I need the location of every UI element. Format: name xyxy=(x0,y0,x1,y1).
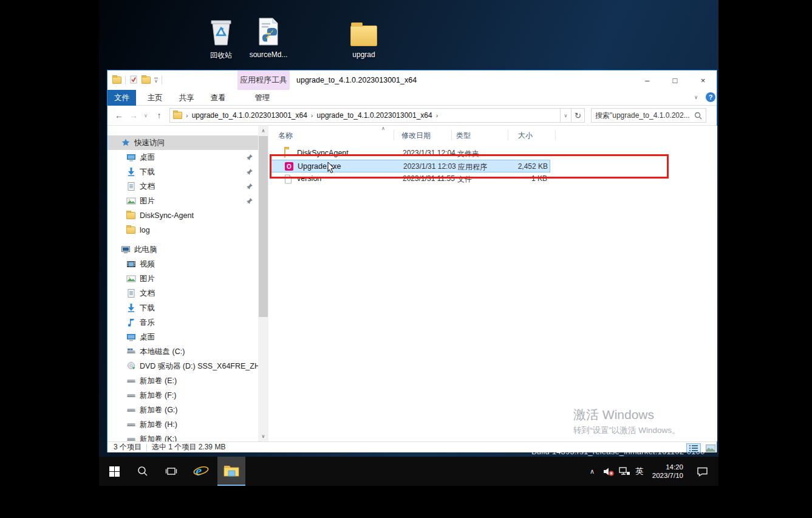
task-view-icon xyxy=(165,466,177,476)
desktop-icon-upgrad[interactable]: upgrad xyxy=(338,17,390,59)
back-button[interactable]: ← xyxy=(112,109,126,121)
sidebar-item-disksync-agent[interactable]: DiskSync-Agent xyxy=(107,208,258,223)
title-bar: ∨ 应用程序工具 upgrade_to_4.1.0.2023013001_x64… xyxy=(107,70,717,90)
sidebar-item-pictures[interactable]: 图片 xyxy=(107,194,258,208)
file-row-disksyncagent[interactable]: DiskSyncAgent 2023/1/31 12:04 文件夹 xyxy=(270,147,550,160)
taskbar-clock[interactable]: 14:20 2023/7/10 xyxy=(646,457,683,486)
sidebar-item-drive-c[interactable]: 本地磁盘 (C:) xyxy=(107,344,258,359)
search-box[interactable] xyxy=(591,108,706,123)
maximize-button[interactable]: □ xyxy=(661,70,689,90)
contextual-tab-app-tools[interactable]: 应用程序工具 xyxy=(237,70,290,90)
up-button[interactable]: ↑ xyxy=(152,109,166,121)
file-row-version[interactable]: version 2023/1/31 11:55 文件 1 KB xyxy=(270,172,550,185)
sidebar-item-downloads[interactable]: 下载 xyxy=(107,165,258,179)
hdd-icon xyxy=(126,405,136,415)
sidebar-item-desktop[interactable]: 桌面 xyxy=(107,150,258,165)
sidebar-item-documents[interactable]: 文档 xyxy=(107,179,258,194)
desktop-icon xyxy=(126,332,136,342)
internet-explorer-button[interactable]: e xyxy=(187,457,215,486)
tray-expand-icon[interactable]: ∧ xyxy=(585,457,599,486)
screen: 回收站 sourceMd... upgrad Build 14393.rs1_r… xyxy=(0,0,812,518)
start-button[interactable] xyxy=(100,457,128,486)
breadcrumb-segment[interactable]: upgrade_to_4.1.0.2023013001_x64 xyxy=(192,111,307,120)
task-view-button[interactable] xyxy=(157,457,185,486)
column-header-size[interactable]: 大小 xyxy=(518,128,533,143)
scrollbar-thumb[interactable] xyxy=(259,136,268,317)
tab-share[interactable]: 共享 xyxy=(172,90,201,106)
sidebar-item-drive-k[interactable]: 新加卷 (K:) xyxy=(107,432,258,441)
file-explorer-button[interactable] xyxy=(217,457,245,486)
sidebar-item-pc-desktop[interactable]: 桌面 xyxy=(107,330,258,344)
download-icon xyxy=(126,167,136,177)
activate-windows-watermark: 激活 Windows xyxy=(573,406,654,423)
folder-icon xyxy=(126,225,136,235)
network-icon[interactable] xyxy=(616,457,632,486)
properties-icon[interactable] xyxy=(129,75,138,86)
column-divider[interactable] xyxy=(555,130,556,140)
tab-file[interactable]: 文件 xyxy=(107,90,136,106)
desktop-icon-source-md[interactable]: sourceMd... xyxy=(242,17,295,59)
tab-home[interactable]: 主页 xyxy=(140,90,169,106)
search-input[interactable] xyxy=(595,111,692,120)
sidebar-item-drive-f[interactable]: 新加卷 (F:) xyxy=(107,388,258,403)
crumb-separator[interactable]: › xyxy=(432,112,442,119)
sidebar-item-quick-access[interactable]: 快速访问 xyxy=(107,135,258,150)
column-divider[interactable] xyxy=(508,130,508,140)
crumb-separator[interactable]: › xyxy=(307,112,317,119)
column-header-name[interactable]: 名称 xyxy=(278,128,293,143)
file-list-pane: ∧ 名称 修改日期 类型 大小 DiskSyncAgent 2023/1/31 … xyxy=(268,126,717,441)
large-icons-view-button[interactable] xyxy=(703,443,717,452)
forward-button[interactable]: → xyxy=(127,109,140,121)
crumb-separator: › xyxy=(182,112,192,119)
pin-icon xyxy=(246,154,253,163)
sidebar-item-log[interactable]: log xyxy=(107,223,258,237)
separator xyxy=(162,76,162,84)
download-icon xyxy=(126,303,136,313)
sidebar-scrollbar[interactable]: ∧ ∨ xyxy=(258,126,268,441)
details-view-button[interactable] xyxy=(686,443,701,452)
tab-manage[interactable]: 管理 xyxy=(245,90,279,106)
sidebar-item-pc-documents[interactable]: 文档 xyxy=(107,286,258,301)
sidebar-item-drive-h[interactable]: 新加卷 (H:) xyxy=(107,417,258,432)
recent-locations-icon[interactable]: ∨ xyxy=(142,109,150,121)
search-icon xyxy=(137,466,148,477)
address-dropdown-icon[interactable]: ∨ xyxy=(561,108,571,123)
scroll-up-icon[interactable]: ∧ xyxy=(258,126,268,136)
sidebar-item-drive-g[interactable]: 新加卷 (G:) xyxy=(107,403,258,417)
action-center-icon[interactable] xyxy=(691,457,713,486)
scroll-down-icon[interactable]: ∨ xyxy=(258,431,268,441)
desktop-icon-recycle-bin[interactable]: 回收站 xyxy=(195,17,247,61)
sidebar-item-music[interactable]: 音乐 xyxy=(107,315,258,330)
desktop-icon-label: upgrad xyxy=(352,50,375,59)
column-header-type[interactable]: 类型 xyxy=(456,128,471,143)
breadcrumb-segment[interactable]: upgrade_to_4.1.0.2023013001_x64 xyxy=(317,111,432,120)
sidebar-item-this-pc[interactable]: 此电脑 xyxy=(107,242,258,257)
minimize-button[interactable]: – xyxy=(633,70,661,90)
sidebar-item-drive-e[interactable]: 新加卷 (E:) xyxy=(107,373,258,388)
column-header-date[interactable]: 修改日期 xyxy=(401,128,431,143)
volume-muted-icon[interactable] xyxy=(601,457,616,486)
taskbar-search-button[interactable] xyxy=(129,457,157,486)
location-folder-icon xyxy=(173,112,182,119)
ribbon-collapse-icon[interactable]: ∨ xyxy=(691,92,701,102)
refresh-icon[interactable]: ↻ xyxy=(571,108,585,123)
column-divider[interactable] xyxy=(451,130,452,140)
customize-qat-icon[interactable]: ∨ xyxy=(154,78,158,83)
input-language-indicator[interactable]: 英 xyxy=(632,457,647,486)
close-button[interactable]: × xyxy=(689,70,717,90)
explorer-app-icon[interactable] xyxy=(112,77,121,84)
desktop-icon-label: 回收站 xyxy=(210,50,232,61)
sidebar-item-pc-downloads[interactable]: 下载 xyxy=(107,301,258,315)
new-folder-icon[interactable] xyxy=(142,77,151,84)
search-icon xyxy=(694,112,702,120)
sidebar-item-pc-pictures[interactable]: 图片 xyxy=(107,271,258,286)
pictures-icon xyxy=(126,196,136,206)
breadcrumb[interactable]: › upgrade_to_4.1.0.2023013001_x64 › upgr… xyxy=(169,108,561,123)
sidebar-item-dvd-drive[interactable]: DVD 驱动器 (D:) SSS_X64FRE_ZH-C xyxy=(107,359,258,373)
sidebar-item-videos[interactable]: 视频 xyxy=(107,257,258,271)
file-row-upgrade-exe[interactable]: O Upgrade.exe 2023/1/31 12:03 应用程序 2,452… xyxy=(270,160,550,172)
tab-view[interactable]: 查看 xyxy=(203,90,233,106)
help-icon[interactable]: ? xyxy=(706,92,715,102)
column-divider[interactable] xyxy=(394,130,394,140)
hdd-icon xyxy=(126,420,136,429)
